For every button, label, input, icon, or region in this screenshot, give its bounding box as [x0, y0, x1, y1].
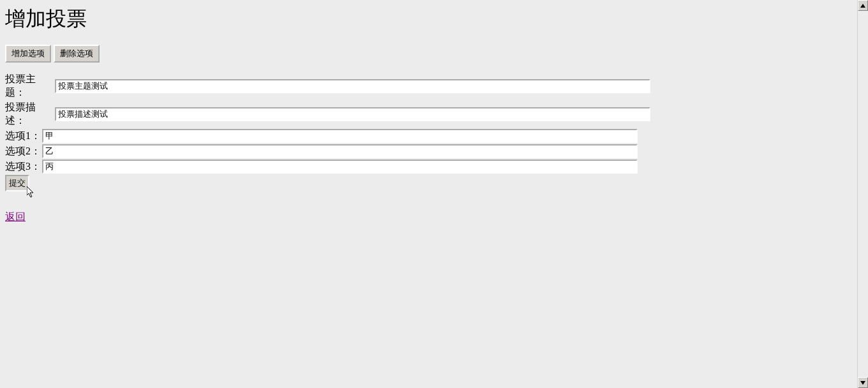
description-label: 投票描述：: [5, 101, 55, 128]
vertical-scrollbar[interactable]: [857, 0, 868, 388]
submit-button[interactable]: 提交: [5, 175, 29, 191]
remove-option-button[interactable]: 删除选项: [54, 45, 100, 63]
subject-label: 投票主题：: [5, 73, 55, 100]
description-input[interactable]: [55, 107, 650, 121]
option-input-3[interactable]: [42, 160, 638, 174]
subject-input[interactable]: [55, 79, 650, 93]
option-label: 选项1：: [5, 130, 42, 143]
scroll-down-button[interactable]: [858, 377, 868, 388]
chevron-up-icon: [860, 4, 865, 8]
return-link[interactable]: 返回: [5, 211, 26, 224]
page-title: 增加投票: [5, 5, 852, 33]
chevron-down-icon: [860, 381, 865, 385]
add-option-button[interactable]: 增加选项: [5, 45, 51, 63]
option-label: 选项3：: [5, 160, 42, 174]
option-label: 选项2：: [5, 145, 42, 158]
option-input-1[interactable]: [42, 129, 638, 143]
scroll-up-button[interactable]: [858, 0, 868, 11]
option-input-2[interactable]: [42, 144, 638, 158]
